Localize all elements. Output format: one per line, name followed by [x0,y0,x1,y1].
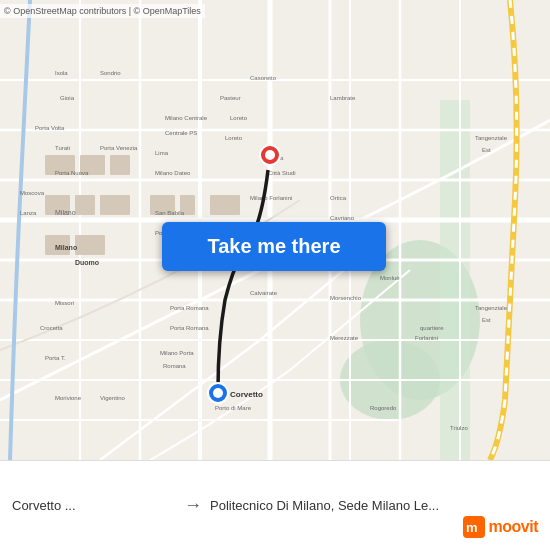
svg-point-86 [213,388,223,398]
svg-text:Duomo: Duomo [75,259,99,266]
svg-text:Isola: Isola [55,70,68,76]
moovit-brand-text: moovit [489,518,538,536]
svg-text:Ortica: Ortica [330,195,347,201]
svg-text:Milano Centrale: Milano Centrale [165,115,208,121]
svg-text:Milano Porta: Milano Porta [160,350,194,356]
svg-text:Lambrate: Lambrate [330,95,356,101]
svg-text:Porta Venezia: Porta Venezia [100,145,138,151]
svg-text:Lima: Lima [155,150,169,156]
from-station-label: Corvetto ... [12,498,176,513]
svg-rect-22 [75,195,95,215]
take-me-there-button[interactable]: Take me there [162,222,386,271]
svg-rect-26 [110,155,130,175]
svg-text:Città Studi: Città Studi [268,170,296,176]
svg-text:Milano: Milano [55,244,77,251]
svg-text:Crocetta: Crocetta [40,325,63,331]
svg-text:Calvairate: Calvairate [250,290,278,296]
svg-text:Romana: Romana [163,363,186,369]
svg-text:Lanza: Lanza [20,210,37,216]
direction-arrow-icon: → [184,495,202,516]
svg-text:Pasteur: Pasteur [220,95,241,101]
copyright-text: © OpenStreetMap contributors | © OpenMap… [0,4,205,18]
svg-text:Porta Romana: Porta Romana [170,325,209,331]
svg-text:Missori: Missori [55,300,74,306]
svg-text:Morsenchio: Morsenchio [330,295,362,301]
svg-text:Centrale PS: Centrale PS [165,130,197,136]
svg-text:Tangenziale: Tangenziale [475,135,508,141]
svg-text:Est: Est [482,317,491,323]
svg-text:San Babila: San Babila [155,210,185,216]
svg-text:Corvetto: Corvetto [230,390,263,399]
svg-text:Porta Romana: Porta Romana [170,305,209,311]
svg-text:Cavriano: Cavriano [330,215,355,221]
svg-text:Milano: Milano [55,209,76,216]
svg-text:Loreto: Loreto [225,135,243,141]
svg-text:Rogoredo: Rogoredo [370,405,397,411]
svg-text:Casoretto: Casoretto [250,75,277,81]
moovit-logo: m moovit [463,516,538,538]
svg-text:m: m [466,520,478,535]
svg-text:Vigentino: Vigentino [100,395,126,401]
moovit-icon: m [463,516,485,538]
svg-text:Est: Est [482,147,491,153]
svg-rect-23 [100,195,130,215]
svg-text:Sondrio: Sondrio [100,70,121,76]
svg-text:Loreto: Loreto [230,115,248,121]
svg-text:Turati: Turati [55,145,70,151]
svg-text:Forlanini: Forlanini [415,335,438,341]
map-container: Milano Porta Nuova Milano Duomo Moscova … [0,0,550,460]
svg-text:Tangenziale: Tangenziale [475,305,508,311]
svg-text:Porto di Mare: Porto di Mare [215,405,252,411]
svg-text:Porta Volta: Porta Volta [35,125,65,131]
svg-text:Merezzate: Merezzate [330,335,359,341]
svg-text:Morivione: Morivione [55,395,82,401]
svg-text:Porta T.: Porta T. [45,355,66,361]
svg-text:quartiere: quartiere [420,325,444,331]
svg-rect-28 [75,235,105,255]
to-station-label: Politecnico Di Milano, Sede Milano Le... [210,498,538,513]
svg-text:Triulzo: Triulzo [450,425,468,431]
svg-text:Monluè: Monluè [380,275,400,281]
svg-rect-31 [210,195,240,215]
svg-text:Moscova: Moscova [20,190,45,196]
svg-rect-3 [440,100,470,460]
svg-text:Milano Forlanini: Milano Forlanini [250,195,292,201]
svg-text:Milano Dateo: Milano Dateo [155,170,191,176]
svg-text:Gioia: Gioia [60,95,75,101]
svg-point-84 [265,150,275,160]
svg-text:Porta Nuova: Porta Nuova [55,170,89,176]
bottom-bar: Corvetto ... → Politecnico Di Milano, Se… [0,460,550,550]
